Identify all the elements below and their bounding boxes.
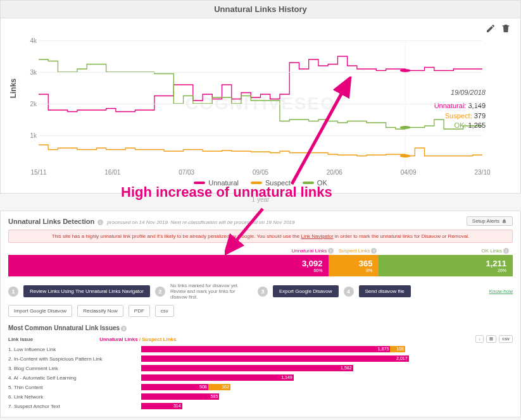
issue-row: 2. In-Content with Suspicious Pattern Li… (8, 355, 513, 362)
chart-plot-area[interactable]: COGNITIVESEO Links 1k2k3k4k 15/1116/0107… (39, 40, 482, 167)
issue-bar: 1,875108 (141, 346, 513, 352)
issue-row: 7. Suspect Anchor Text314 (8, 402, 513, 410)
history-panel: Unnatural Links History COGNITIVESEO Lin… (0, 0, 521, 194)
issue-label: 1. Low Influence Link (8, 347, 141, 352)
issue-row: 4. AI - Automatic Self Learning1,149 (8, 374, 513, 381)
link-navigator-link[interactable]: Link Navigator (301, 233, 333, 239)
step-4: 4 (344, 287, 354, 297)
svg-point-2 (400, 154, 411, 158)
issue-bar: 2,017 (141, 355, 513, 362)
info-icon[interactable]: i (97, 219, 103, 225)
issue-label: 2. In-Content with Suspicious Pattern Li… (8, 356, 141, 362)
issue-label: 6. Link Network (8, 394, 141, 400)
warning-banner: This site has a highly unnatural link pr… (8, 230, 513, 243)
import-button[interactable]: Import Google Disavow (8, 305, 72, 317)
svg-point-3 (400, 126, 411, 129)
issues-title: Most Common Unnatural Link Issues (8, 324, 120, 331)
reclassify-button[interactable]: Reclassify Now (77, 305, 123, 317)
pdf-button[interactable]: PDF (129, 305, 150, 317)
no-marks-text: No links marked for disavow yet. Review … (170, 283, 253, 300)
review-button[interactable]: Review Links Using The Unnatural Links N… (23, 285, 150, 297)
setup-alerts-button[interactable]: Setup Alerts (467, 216, 513, 226)
info-icon[interactable]: i (371, 248, 377, 254)
detection-panel: Unnatural Links Detection i processed on… (0, 211, 521, 417)
issue-row: 3. Blog Comment Link1,582 (8, 364, 513, 372)
issues-list: 1. Low Influence Link1,8751082. In-Conte… (8, 345, 513, 410)
stacked-bar: 3,092 66% 365 8% 1,211 26% (8, 255, 513, 276)
bell-icon (501, 218, 507, 224)
segment-unnatural[interactable]: 3,092 66% (8, 255, 329, 276)
issue-label: 7. Suspect Anchor Text (8, 404, 141, 409)
detection-title: Unnatural Links Detection (8, 218, 94, 225)
annotation-text: High increase of unnatural links (121, 184, 332, 201)
chart-container: COGNITIVESEO Links 1k2k3k4k 15/1116/0107… (1, 18, 520, 193)
issue-label: 5. Thin Content (8, 385, 141, 390)
issue-bar: 508162 (141, 384, 513, 390)
csv-icon[interactable]: csv (499, 335, 513, 343)
detection-subtitle: processed on 14 Nov 2019. Next re-classi… (107, 219, 294, 225)
issue-label: 4. AI - Automatic Self Learning (8, 375, 141, 381)
issues-head-label: Link Issue (8, 337, 33, 342)
edit-icon[interactable] (486, 23, 496, 35)
step-2: 2 (155, 287, 165, 297)
delete-icon[interactable] (501, 23, 511, 35)
action-row: 1 Review Links Using The Unnatural Links… (8, 283, 513, 317)
y-ticks: 1k2k3k4k (21, 40, 37, 167)
issue-row: 5. Thin Content508162 (8, 383, 513, 391)
export-button[interactable]: Export Google Disavow (273, 285, 339, 297)
info-icon[interactable]: i (503, 248, 509, 254)
issue-row: 1. Low Influence Link1,875108 (8, 345, 513, 353)
know-how-link[interactable]: Know-how (489, 288, 513, 294)
info-icon[interactable]: i (121, 326, 127, 331)
segment-labels: Unnatural Linksi Suspect Linksi OK Links… (8, 248, 513, 254)
issue-row: 6. Link Network585 (8, 393, 513, 400)
chart-tooltip: 19/09/2018 Unnatural: 3,149 Suspect: 379… (434, 88, 486, 131)
tooltip-date: 19/09/2018 (434, 88, 486, 97)
grid-icon[interactable]: ⊞ (486, 335, 496, 343)
issue-bar: 1,582 (141, 365, 513, 371)
step-1: 1 (8, 287, 18, 297)
download-icon[interactable]: ↓ (475, 335, 484, 343)
issue-bar: 1,149 (141, 374, 513, 381)
x-ticks: 15/1116/0107/0309/0520/0604/0923/10 (39, 169, 482, 178)
csv-button[interactable]: csv (155, 305, 174, 317)
issue-bar: 314 (141, 403, 513, 409)
y-axis-label: Links (9, 78, 18, 98)
segment-suspect[interactable]: 365 8% (329, 255, 379, 276)
send-disavow-button[interactable]: Send disavow file (359, 285, 411, 297)
step-3: 3 (258, 287, 268, 297)
panel-title: Unnatural Links History (1, 1, 520, 18)
segment-ok[interactable]: 1,211 26% (379, 255, 513, 276)
info-icon[interactable]: i (328, 248, 334, 254)
download-icons: ↓ ⊞ csv (475, 335, 513, 343)
issue-label: 3. Blog Comment Link (8, 366, 141, 371)
issue-bar: 585 (141, 393, 513, 400)
